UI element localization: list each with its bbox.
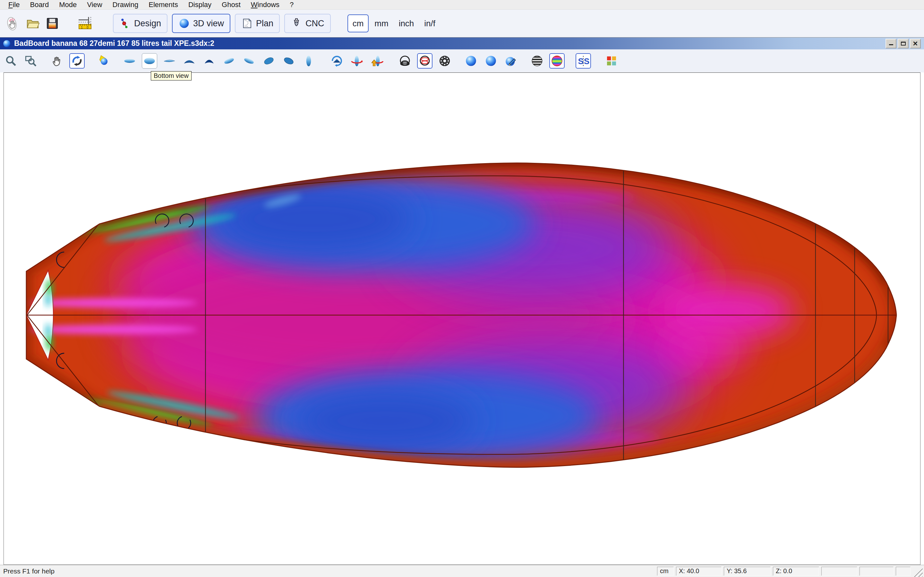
side-view-button[interactable] bbox=[162, 53, 177, 69]
flip-vertical-button[interactable] bbox=[369, 53, 384, 69]
status-unit: cm bbox=[657, 567, 674, 576]
paint-sphere-icon bbox=[504, 54, 517, 68]
document-title-bar[interactable]: BadBoard banana 68 27demi 167 85 litres … bbox=[0, 37, 924, 49]
menu-windows[interactable]: Windows bbox=[246, 1, 284, 9]
perspective-bottom-left-button[interactable] bbox=[261, 53, 276, 69]
contour-lines-highlight-button[interactable] bbox=[417, 53, 433, 69]
back-view-button[interactable] bbox=[202, 53, 217, 69]
wireframe-sphere-button[interactable] bbox=[437, 53, 452, 69]
side-view-icon bbox=[163, 54, 176, 68]
plan-label: Plan bbox=[256, 19, 273, 29]
svg-text:S: S bbox=[578, 56, 583, 66]
maximize-icon bbox=[901, 42, 906, 45]
window-controls: ✕ bbox=[885, 39, 921, 48]
menu-elements[interactable]: Elements bbox=[144, 1, 183, 9]
end-view-button[interactable] bbox=[301, 53, 317, 69]
main-toolbar: 1 0 Design 3D view bbox=[0, 10, 924, 37]
menu-help[interactable]: ? bbox=[284, 1, 299, 9]
menu-ghost[interactable]: Ghost bbox=[216, 1, 246, 9]
svg-text:1: 1 bbox=[81, 26, 83, 29]
zebra-sphere-icon bbox=[530, 54, 544, 68]
perspective-bottom-left-icon bbox=[262, 54, 276, 68]
perspective-top-left-button[interactable] bbox=[221, 53, 237, 69]
top-view-icon bbox=[123, 54, 136, 68]
front-view-icon bbox=[183, 54, 196, 68]
status-y-coordinate: Y: 35.6 bbox=[724, 567, 771, 576]
status-z-coordinate: Z: 0.0 bbox=[773, 567, 819, 576]
menu-board[interactable]: Board bbox=[25, 1, 54, 9]
plan-icon bbox=[241, 18, 253, 29]
maximize-button[interactable] bbox=[898, 39, 909, 48]
zebra-stripes-view-button[interactable] bbox=[529, 53, 545, 69]
dimensions-button[interactable]: 1 0 bbox=[75, 12, 95, 35]
document-title: BadBoard banana 68 27demi 167 85 litres … bbox=[14, 39, 214, 48]
save-icon bbox=[45, 16, 60, 31]
minimize-button[interactable] bbox=[885, 39, 897, 48]
zoom-button[interactable] bbox=[3, 53, 19, 69]
perspective-top-right-button[interactable] bbox=[241, 53, 257, 69]
unit-inch[interactable]: inch bbox=[394, 15, 419, 32]
status-bar: Press F1 for help cm X: 40.0 Y: 35.6 Z: … bbox=[0, 565, 924, 577]
document-sphere-icon bbox=[3, 39, 11, 48]
svg-text:S: S bbox=[584, 56, 590, 66]
color-settings-button[interactable] bbox=[604, 53, 619, 69]
3d-viewport[interactable] bbox=[3, 73, 921, 565]
menu-bar: File Board Mode View Drawing Elements Di… bbox=[0, 0, 924, 10]
surfboard-bottom-render bbox=[4, 73, 920, 564]
menu-drawing[interactable]: Drawing bbox=[107, 1, 144, 9]
paint-view-button[interactable] bbox=[503, 53, 519, 69]
back-view-icon bbox=[202, 54, 216, 68]
color-palette-icon bbox=[605, 54, 618, 68]
3d-view-mode-button[interactable]: 3D view bbox=[172, 14, 230, 33]
contour-lines-button[interactable] bbox=[397, 53, 413, 69]
view-toolbar: S S bbox=[0, 49, 924, 73]
menu-file[interactable]: File bbox=[3, 1, 25, 9]
design-label: Design bbox=[134, 19, 161, 29]
shaded-view-button[interactable] bbox=[463, 53, 479, 69]
status-x-coordinate: X: 40.0 bbox=[676, 567, 722, 576]
rotate-horizontal-button[interactable] bbox=[349, 53, 365, 69]
rotate-animation-icon bbox=[330, 54, 344, 68]
menu-display[interactable]: Display bbox=[183, 1, 216, 9]
pan-hand-icon bbox=[50, 54, 64, 68]
new-board-button[interactable] bbox=[3, 12, 23, 35]
lighting-button[interactable] bbox=[95, 53, 111, 69]
unit-mm[interactable]: mm bbox=[370, 15, 393, 32]
zoom-icon bbox=[4, 54, 18, 68]
unit-inf[interactable]: in/f bbox=[420, 15, 440, 32]
3d-view-icon bbox=[178, 18, 190, 29]
perspective-top-left-icon bbox=[222, 54, 236, 68]
symmetry-icon: S S bbox=[577, 54, 590, 68]
bottom-view-button[interactable] bbox=[142, 53, 157, 69]
symmetry-button[interactable]: S S bbox=[575, 53, 591, 69]
rotate-3d-button[interactable] bbox=[69, 53, 85, 69]
menu-mode[interactable]: Mode bbox=[54, 1, 82, 9]
zoom-window-button[interactable] bbox=[23, 53, 39, 69]
menu-view[interactable]: View bbox=[82, 1, 107, 9]
contour-lines-icon bbox=[398, 54, 412, 68]
cnc-mode-button[interactable]: CNC bbox=[284, 14, 331, 33]
minimize-icon bbox=[889, 42, 893, 45]
dimensions-icon: 1 0 bbox=[78, 16, 93, 31]
zoom-window-icon bbox=[24, 54, 37, 68]
wireframe-sphere-icon bbox=[438, 54, 451, 68]
shaded-sphere-icon bbox=[464, 54, 478, 68]
unit-cm[interactable]: cm bbox=[347, 15, 369, 32]
perspective-bottom-right-button[interactable] bbox=[281, 53, 296, 69]
status-field-empty-2 bbox=[859, 567, 893, 576]
rotate-animation-button[interactable] bbox=[329, 53, 344, 69]
close-icon: ✕ bbox=[913, 40, 918, 47]
lighting-icon bbox=[97, 54, 110, 68]
resize-grip[interactable] bbox=[913, 567, 923, 577]
smooth-shaded-view-button[interactable] bbox=[483, 53, 499, 69]
top-view-button[interactable] bbox=[122, 53, 137, 69]
design-mode-button[interactable]: Design bbox=[113, 14, 168, 33]
front-view-button[interactable] bbox=[182, 53, 197, 69]
open-button[interactable] bbox=[23, 12, 42, 35]
pan-button[interactable] bbox=[49, 53, 65, 69]
plan-mode-button[interactable]: Plan bbox=[235, 14, 280, 33]
save-button[interactable] bbox=[42, 12, 62, 35]
rotate-3d-icon bbox=[70, 54, 84, 68]
curvature-map-view-button[interactable] bbox=[549, 53, 565, 69]
close-button[interactable]: ✕ bbox=[910, 39, 921, 48]
